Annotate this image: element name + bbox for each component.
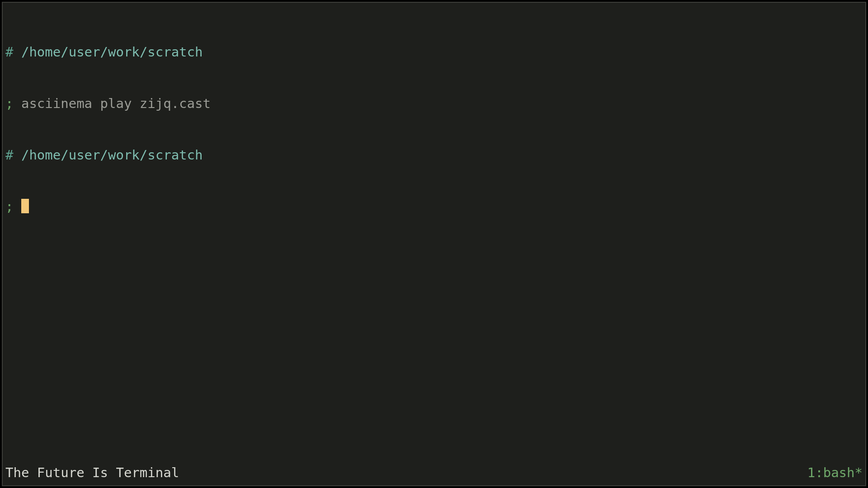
prompt-path: /home/user/work/scratch	[13, 147, 203, 163]
status-session-name: The Future Is Terminal	[5, 464, 179, 481]
terminal-line: # /home/user/work/scratch	[4, 146, 864, 164]
terminal-window: # /home/user/work/scratch ; asciinema pl…	[2, 2, 866, 486]
terminal-output[interactable]: # /home/user/work/scratch ; asciinema pl…	[4, 9, 864, 463]
prompt-path: /home/user/work/scratch	[13, 44, 203, 60]
prompt-semicolon: ;	[5, 96, 13, 111]
prompt-semicolon: ;	[5, 199, 13, 214]
prompt-hash: #	[5, 44, 13, 60]
command-text: asciinema play zijq.cast	[13, 96, 211, 111]
tmux-status-bar[interactable]: The Future Is Terminal 1:bash*	[4, 464, 864, 482]
status-window-indicator[interactable]: 1:bash*	[807, 464, 863, 481]
cursor-block-icon	[21, 199, 29, 213]
terminal-line[interactable]: ;	[4, 198, 864, 215]
terminal-line: ; asciinema play zijq.cast	[4, 95, 864, 112]
command-text	[13, 199, 21, 214]
prompt-hash: #	[5, 147, 13, 163]
terminal-line: # /home/user/work/scratch	[4, 43, 864, 61]
